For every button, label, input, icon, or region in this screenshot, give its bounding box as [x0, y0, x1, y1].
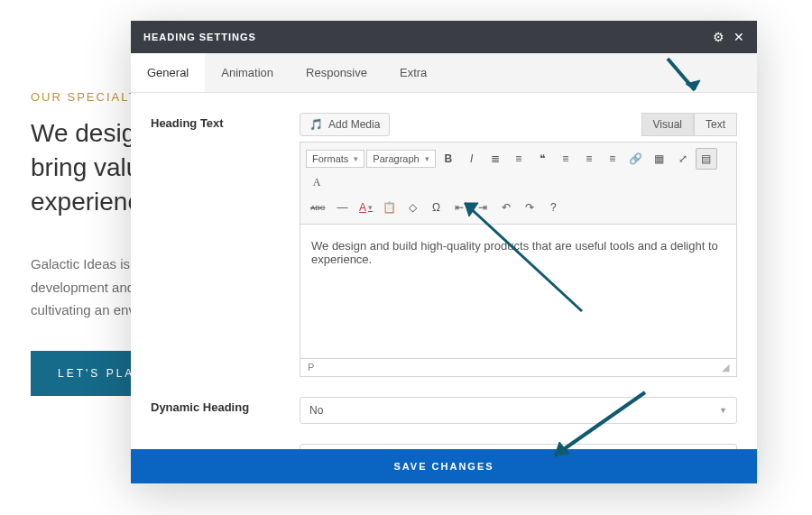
align-left-icon[interactable]: ≡	[555, 148, 577, 170]
redo-icon[interactable]: ↷	[519, 197, 540, 218]
tab-extra[interactable]: Extra	[383, 53, 443, 92]
label-heading-text: Heading Text	[151, 113, 300, 377]
dynamic-select[interactable]: No▼	[300, 397, 737, 424]
char-icon[interactable]: Ω	[425, 197, 447, 218]
tab-general[interactable]: General	[131, 53, 205, 92]
paragraph-select[interactable]: Paragraph	[366, 150, 435, 168]
close-icon[interactable]: ✕	[734, 30, 744, 44]
more-icon[interactable]: ▦	[649, 148, 670, 170]
toolbar-toggle-icon[interactable]: ▤	[696, 148, 717, 170]
gear-icon[interactable]: ⚙	[713, 30, 724, 44]
text-color-icon[interactable]: A	[306, 171, 328, 193]
link-icon[interactable]: 🔗	[625, 148, 647, 170]
indent-icon[interactable]: ⇥	[472, 197, 494, 218]
undo-icon[interactable]: ↶	[495, 197, 517, 218]
editor-toolbar: Formats Paragraph B I ≣ ≡ ❝ ≡ ≡ ≡ 🔗 ▦ ⤢ …	[300, 142, 737, 224]
modal-title: HEADING SETTINGS	[143, 32, 256, 42]
formats-select[interactable]: Formats	[306, 150, 364, 168]
modal-header: HEADING SETTINGS ⚙ ✕	[131, 21, 757, 53]
modal-tabs: General Animation Responsive Extra	[131, 53, 757, 93]
editor-content[interactable]: We design and build high-quality product…	[300, 224, 737, 359]
quote-icon[interactable]: ❝	[531, 148, 553, 170]
add-media-label: Add Media	[328, 118, 380, 131]
align-right-icon[interactable]: ≡	[602, 148, 623, 170]
list-ul-icon[interactable]: ≣	[484, 148, 506, 170]
strike-icon[interactable]: ABC	[306, 197, 329, 218]
outdent-icon[interactable]: ⇤	[448, 197, 470, 218]
paste-icon[interactable]: 📋	[378, 197, 400, 218]
text-tab[interactable]: Text	[694, 113, 737, 136]
hr-icon[interactable]: —	[331, 197, 353, 218]
media-icon: 🎵	[309, 118, 323, 131]
help-icon[interactable]: ?	[542, 197, 564, 218]
add-media-button[interactable]: 🎵 Add Media	[300, 113, 390, 136]
list-ol-icon[interactable]: ≡	[508, 148, 530, 170]
textcolor-icon[interactable]: A	[355, 197, 376, 218]
tab-responsive[interactable]: Responsive	[290, 53, 383, 92]
dynamic-value: No	[309, 404, 323, 417]
align-center-icon[interactable]: ≡	[578, 148, 600, 170]
label-dynamic: Dynamic Heading	[151, 397, 300, 424]
clear-icon[interactable]: ◇	[401, 197, 423, 218]
tab-animation[interactable]: Animation	[205, 53, 290, 92]
settings-modal: HEADING SETTINGS ⚙ ✕ General Animation R…	[131, 21, 757, 483]
label-semantic: Heading Semantic	[151, 444, 300, 449]
fullscreen-icon[interactable]: ⤢	[672, 148, 694, 170]
bold-icon[interactable]: B	[438, 148, 459, 170]
visual-tab[interactable]: Visual	[641, 113, 694, 136]
semantic-select[interactable]: h4▼	[300, 444, 737, 449]
resize-handle-icon[interactable]: ◢	[722, 362, 729, 373]
save-button[interactable]: SAVE CHANGES	[131, 449, 757, 483]
italic-icon[interactable]: I	[461, 148, 483, 170]
editor-status-path: P	[308, 362, 314, 373]
